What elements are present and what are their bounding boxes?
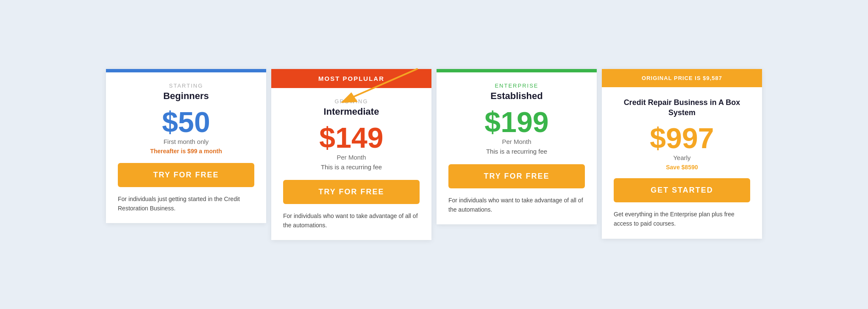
thereafter-text: Thereafter is bbox=[150, 148, 187, 154]
try-free-button-starting[interactable]: TRY FOR FREE bbox=[118, 163, 254, 187]
save-label: Save bbox=[666, 164, 682, 171]
tier-label-growing: GROWING bbox=[283, 98, 420, 105]
try-free-button-growing[interactable]: TRY FOR FREE bbox=[283, 180, 420, 204]
price-boxsystem: $997 bbox=[614, 124, 750, 152]
try-free-button-enterprise[interactable]: TRY FOR FREE bbox=[448, 164, 585, 188]
description-enterprise: For individuals who want to take advanta… bbox=[448, 196, 585, 214]
price-enterprise: $199 bbox=[448, 108, 585, 136]
original-price-banner: ORIGINAL PRICE IS $9,587 bbox=[602, 69, 762, 87]
recurring-growing: This is a recurring fee bbox=[283, 163, 420, 171]
period-boxsystem: Yearly bbox=[614, 154, 750, 161]
pricing-card-growing: MOST POPLULAR GROWING Intermediate $149 … bbox=[271, 69, 431, 240]
plan-name-enterprise: Established bbox=[448, 91, 585, 102]
tier-label-starting: STARTING bbox=[118, 83, 254, 89]
card-top-bar-enterprise bbox=[437, 69, 597, 72]
pricing-card-starting: STARTING Beginners $50 First month only … bbox=[106, 69, 266, 223]
price-starting: $50 bbox=[118, 108, 254, 136]
period-growing: Per Month bbox=[283, 154, 420, 161]
description-starting: For individuals just getting started in … bbox=[118, 195, 254, 213]
card-top-bar-starting bbox=[106, 69, 266, 72]
price-growing: $149 bbox=[283, 123, 420, 152]
get-started-button[interactable]: GET STARTED bbox=[614, 178, 750, 202]
description-boxsystem: Get everything in the Enterprise plan pl… bbox=[614, 210, 750, 228]
pricing-card-boxsystem: ORIGINAL PRICE IS $9,587 Credit Repair B… bbox=[602, 69, 762, 239]
banner-text: ORIGINAL PRICE IS bbox=[642, 75, 703, 81]
banner-bold: $9,587 bbox=[703, 75, 722, 81]
thereafter-amount: $99 a month bbox=[187, 148, 222, 154]
plan-name-boxsystem: Credit Repair Business in A Box System bbox=[614, 97, 750, 118]
period-enterprise: Per Month bbox=[448, 138, 585, 145]
plan-name-starting: Beginners bbox=[118, 91, 254, 102]
save-amount: $8590 bbox=[682, 164, 698, 171]
save-boxsystem: Save $8590 bbox=[614, 164, 750, 171]
description-growing: For individuals who want to take advanta… bbox=[283, 212, 420, 230]
tier-label-enterprise: ENTERPRISE bbox=[448, 83, 585, 89]
recurring-enterprise: This is a recurring fee bbox=[448, 148, 585, 155]
pricing-card-enterprise: ENTERPRISE Established $199 Per Month Th… bbox=[437, 69, 597, 224]
pricing-section: STARTING Beginners $50 First month only … bbox=[103, 69, 765, 240]
most-popular-banner: MOST POPLULAR bbox=[271, 69, 431, 88]
period-starting: First month only bbox=[118, 138, 254, 145]
plan-name-growing: Intermediate bbox=[283, 106, 420, 117]
thereafter-starting: Thereafter is $99 a month bbox=[118, 148, 254, 154]
